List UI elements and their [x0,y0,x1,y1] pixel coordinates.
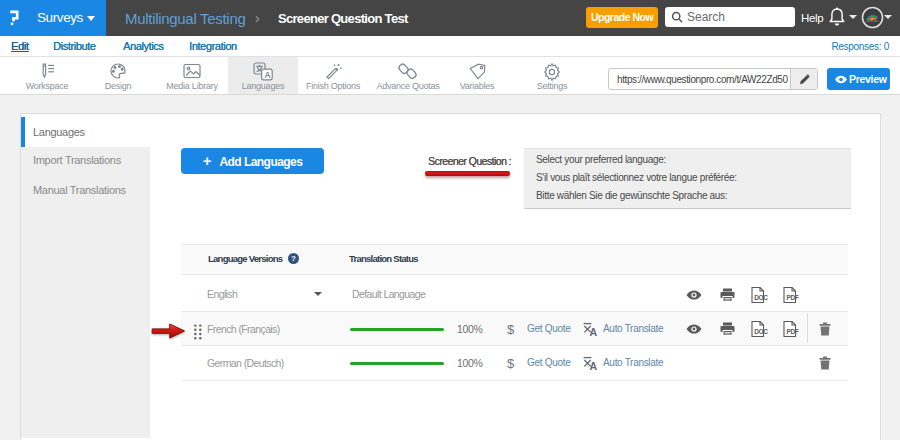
svg-text:A: A [590,360,598,371]
svg-text:DOC: DOC [754,328,768,335]
svg-text:A: A [265,70,271,80]
svg-text:DOC: DOC [754,294,768,301]
svg-text:PDF: PDF [787,328,799,335]
svg-text:A: A [590,326,598,337]
svg-text:PDF: PDF [787,294,799,301]
